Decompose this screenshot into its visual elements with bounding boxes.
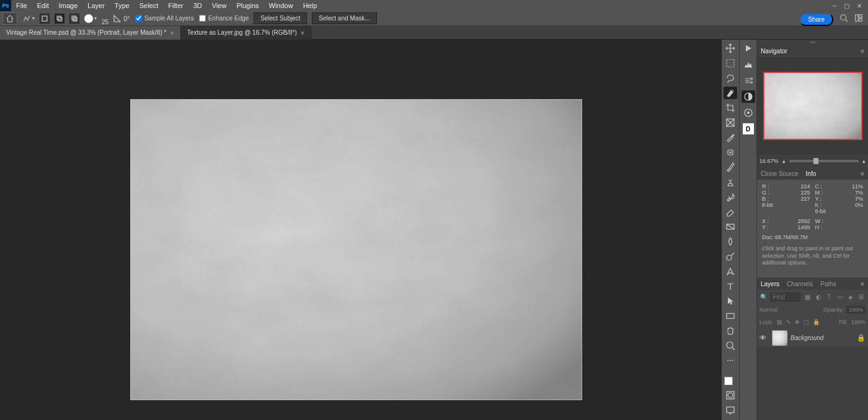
menu-select[interactable]: Select xyxy=(135,2,164,9)
move-tool-icon[interactable] xyxy=(724,42,737,55)
design-space-icon[interactable]: D xyxy=(742,123,755,135)
hand-tool-icon[interactable] xyxy=(724,325,737,337)
styles-panel-icon[interactable] xyxy=(742,107,755,119)
visibility-icon[interactable]: 👁 xyxy=(760,334,768,341)
histogram-panel-icon[interactable] xyxy=(742,58,755,71)
edit-toolbar-icon[interactable]: ⋯ xyxy=(724,354,737,367)
zoom-out-icon[interactable]: ▴ xyxy=(782,158,786,164)
tool-preset-picker[interactable]: ▾ xyxy=(22,12,35,25)
intersect-selection-icon[interactable] xyxy=(69,14,79,24)
enhance-edge-checkbox[interactable]: Enhance Edge xyxy=(199,15,249,22)
filter-adjustment-icon[interactable]: ◐ xyxy=(815,292,823,301)
quick-selection-tool-icon[interactable] xyxy=(724,87,737,99)
sample-all-layers-checkbox[interactable]: Sample All Layers xyxy=(135,15,194,22)
history-brush-tool-icon[interactable] xyxy=(724,191,737,203)
menu-view[interactable]: View xyxy=(207,2,232,9)
zoom-value[interactable]: 16.67% xyxy=(760,158,779,164)
color-swatches[interactable] xyxy=(724,373,737,387)
eraser-tool-icon[interactable] xyxy=(724,206,737,218)
clone-stamp-tool-icon[interactable] xyxy=(724,176,737,188)
marquee-tool-icon[interactable] xyxy=(724,57,737,69)
foreground-color-swatch[interactable] xyxy=(724,377,733,385)
dodge-tool-icon[interactable] xyxy=(724,250,737,263)
zoom-tool-icon[interactable] xyxy=(724,339,737,352)
layer-row[interactable]: 👁 Background 🔒 xyxy=(757,328,868,347)
filter-type-icon[interactable]: T xyxy=(825,292,833,301)
menu-window[interactable]: Window xyxy=(264,2,298,9)
tab-close-icon[interactable]: × xyxy=(301,29,304,37)
filter-smart-icon[interactable]: ◈ xyxy=(846,292,854,301)
navigator-tab[interactable]: Navigator xyxy=(761,48,787,55)
layer-thumbnail[interactable] xyxy=(772,330,787,345)
type-tool-icon[interactable] xyxy=(724,280,737,292)
menu-3d[interactable]: 3D xyxy=(188,2,207,9)
lock-pixels-icon[interactable]: ✎ xyxy=(786,319,791,325)
eyedropper-tool-icon[interactable] xyxy=(724,131,737,144)
menu-layer[interactable]: Layer xyxy=(82,2,110,9)
panel-menu-icon[interactable]: ≡ xyxy=(861,281,864,287)
fill-value[interactable]: 100% xyxy=(851,319,866,325)
adjustments-panel-icon[interactable] xyxy=(742,90,755,103)
menu-type[interactable]: Type xyxy=(110,2,135,9)
select-subject-button[interactable]: Select Subject xyxy=(254,12,307,24)
blend-mode-select[interactable]: Normal xyxy=(760,307,821,313)
properties-panel-icon[interactable] xyxy=(742,74,755,87)
panel-menu-icon[interactable]: ≡ xyxy=(861,48,864,55)
search-icon[interactable]: 🔍 xyxy=(760,292,768,301)
document-tab-1[interactable]: Vintage Real Time.psd @ 33.3% (Portrait,… xyxy=(0,26,181,40)
subtract-from-selection-icon[interactable] xyxy=(55,14,64,24)
canvas-area[interactable] xyxy=(0,40,722,420)
blur-tool-icon[interactable] xyxy=(724,235,737,248)
menu-filter[interactable]: Filter xyxy=(163,2,188,9)
gradient-tool-icon[interactable] xyxy=(724,221,737,233)
rectangle-tool-icon[interactable] xyxy=(724,310,737,322)
info-tab[interactable]: Info xyxy=(806,170,817,177)
clone-source-tab[interactable]: Clone Source xyxy=(761,170,799,177)
channels-tab[interactable]: Channels xyxy=(787,281,813,287)
document-tab-2[interactable]: Texture as Layer.jpg @ 16.7% (RGB/8*) × xyxy=(181,26,311,40)
home-button[interactable] xyxy=(2,12,17,25)
brush-preview-icon[interactable] xyxy=(84,14,93,23)
close-icon[interactable]: ✕ xyxy=(857,2,862,9)
brush-tool-icon[interactable] xyxy=(724,161,737,173)
lock-artboard-icon[interactable]: ▢ xyxy=(804,319,809,325)
screen-mode-icon[interactable] xyxy=(724,404,737,416)
filter-toggle-icon[interactable]: ⦿ xyxy=(857,292,866,301)
panel-collapse-icon[interactable]: «« xyxy=(757,40,868,45)
quick-mask-icon[interactable] xyxy=(724,389,737,401)
paths-tab[interactable]: Paths xyxy=(820,281,836,287)
lock-icon[interactable]: 🔒 xyxy=(857,334,866,342)
workspace-switcher-icon[interactable] xyxy=(854,14,863,24)
path-selection-tool-icon[interactable] xyxy=(724,295,737,307)
minimize-icon[interactable]: ─ xyxy=(832,2,836,9)
crop-tool-icon[interactable] xyxy=(724,102,737,114)
layers-tab[interactable]: Layers xyxy=(761,281,779,287)
menu-help[interactable]: Help xyxy=(298,2,322,9)
lock-transparency-icon[interactable]: ▨ xyxy=(777,319,782,325)
filter-shape-icon[interactable]: ▭ xyxy=(836,292,844,301)
search-icon[interactable] xyxy=(839,14,848,24)
navigator-preview[interactable] xyxy=(757,57,868,155)
maximize-icon[interactable]: ▢ xyxy=(844,2,849,9)
menu-image[interactable]: Image xyxy=(54,2,83,9)
canvas[interactable] xyxy=(130,99,582,400)
select-and-mask-button[interactable]: Select and Mask... xyxy=(312,12,376,24)
frame-tool-icon[interactable] xyxy=(724,116,737,129)
tab-close-icon[interactable]: × xyxy=(170,29,174,37)
brush-angle[interactable]: 0° xyxy=(113,15,130,22)
pen-tool-icon[interactable] xyxy=(724,265,737,278)
opacity-value[interactable]: 100% xyxy=(846,306,866,313)
share-button[interactable]: Share xyxy=(799,13,833,26)
lasso-tool-icon[interactable] xyxy=(724,72,737,84)
actions-panel-icon[interactable] xyxy=(742,42,755,55)
add-to-selection-icon[interactable] xyxy=(40,14,50,24)
panel-menu-icon[interactable]: ≡ xyxy=(861,170,864,177)
lock-all-icon[interactable]: 🔒 xyxy=(813,319,820,325)
zoom-in-icon[interactable]: ▴ xyxy=(862,158,866,164)
menu-plugins[interactable]: Plugins xyxy=(231,2,264,9)
filter-pixel-icon[interactable]: ▦ xyxy=(804,292,812,301)
layer-name[interactable]: Background xyxy=(790,335,853,341)
zoom-slider[interactable] xyxy=(789,160,859,162)
lock-position-icon[interactable]: ✥ xyxy=(795,319,800,325)
layer-filter-input[interactable] xyxy=(770,292,801,302)
